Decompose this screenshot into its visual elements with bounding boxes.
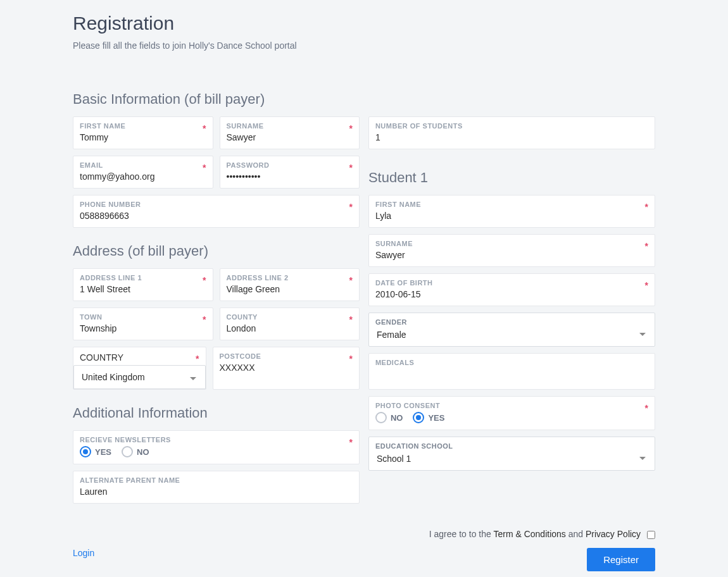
gender-value: Female (369, 326, 655, 346)
num-students-input[interactable] (375, 132, 648, 142)
newsletters-yes-radio[interactable]: YES (80, 446, 111, 457)
addr2-field[interactable]: ADDRESS LINE 2 * (220, 268, 360, 301)
num-students-field[interactable]: NUMBER OF STUDENTS (368, 116, 655, 149)
required-mark: * (349, 314, 353, 325)
county-field[interactable]: COUNTY * (220, 307, 360, 340)
required-mark: * (349, 202, 353, 212)
email-field[interactable]: EMAIL * (73, 156, 213, 189)
yes-label: YES (95, 447, 111, 457)
photo-consent-label: PHOTO CONSENT (375, 402, 648, 409)
required-mark: * (349, 123, 353, 133)
num-students-label: NUMBER OF STUDENTS (375, 122, 648, 130)
yes-label: YES (428, 413, 444, 423)
password-field[interactable]: PASSWORD * (220, 156, 360, 189)
register-button[interactable]: Register (587, 548, 655, 571)
terms-link[interactable]: Term & Conditions (493, 529, 565, 539)
country-value: United Kingdom (82, 372, 145, 382)
photo-consent-field: PHOTO CONSENT * NO YES (368, 396, 655, 430)
agree-checkbox[interactable] (647, 531, 655, 539)
student-first-name-input[interactable] (375, 211, 648, 221)
edu-school-label: EDUCATION SCHOOL (369, 437, 655, 450)
surname-field[interactable]: SURNAME * (220, 116, 360, 149)
medicals-field[interactable]: MEDICALS (368, 353, 655, 390)
surname-input[interactable] (227, 132, 353, 142)
town-field[interactable]: TOWN * (73, 307, 213, 340)
county-input[interactable] (227, 323, 353, 333)
town-label: TOWN (80, 313, 206, 321)
required-mark: * (196, 354, 199, 364)
radio-icon (413, 412, 424, 423)
page-subtitle: Please fill all the fields to join Holly… (73, 40, 655, 51)
section-basic-title: Basic Information (of bill payer) (73, 91, 360, 108)
phone-label: PHONE NUMBER (80, 201, 353, 208)
alt-parent-label: ALTERNATE PARENT NAME (80, 476, 353, 484)
photo-consent-yes-radio[interactable]: YES (413, 412, 444, 423)
required-mark: * (203, 163, 206, 173)
student-dob-input[interactable] (375, 289, 648, 299)
no-label: NO (391, 413, 403, 423)
phone-field[interactable]: PHONE NUMBER * (73, 195, 360, 228)
first-name-label: FIRST NAME (80, 122, 206, 130)
required-mark: * (349, 163, 353, 173)
alt-parent-input[interactable] (80, 487, 353, 497)
phone-input[interactable] (80, 211, 353, 221)
chevron-down-icon (639, 333, 646, 336)
first-name-input[interactable] (80, 132, 206, 142)
section-additional-title: Additional Information (73, 405, 360, 421)
section-address-title: Address (of bill payer) (73, 243, 360, 259)
addr2-label: ADDRESS LINE 2 (227, 274, 353, 282)
radio-icon (375, 412, 387, 423)
postcode-input[interactable] (220, 363, 353, 373)
password-input[interactable] (227, 171, 353, 182)
no-label: NO (137, 447, 149, 457)
password-label: PASSWORD (227, 161, 353, 169)
required-mark: * (644, 202, 648, 212)
medicals-label: MEDICALS (375, 359, 648, 366)
newsletters-no-radio[interactable]: NO (122, 446, 149, 457)
country-label: COUNTRY (80, 352, 123, 363)
medicals-input[interactable] (375, 369, 648, 383)
photo-consent-no-radio[interactable]: NO (375, 412, 403, 423)
country-select[interactable]: United Kingdom (73, 365, 206, 389)
alt-parent-field[interactable]: ALTERNATE PARENT NAME (73, 471, 360, 504)
edu-school-select[interactable]: EDUCATION SCHOOL School 1 (368, 437, 655, 471)
radio-icon (80, 446, 91, 457)
required-mark: * (349, 437, 353, 447)
edu-school-value: School 1 (369, 450, 655, 470)
required-mark: * (644, 403, 648, 413)
radio-icon (122, 446, 133, 457)
first-name-field[interactable]: FIRST NAME * (73, 116, 213, 149)
chevron-down-icon (190, 377, 196, 380)
required-mark: * (644, 241, 648, 251)
section-student1-title: Student 1 (368, 170, 655, 186)
student-surname-input[interactable] (375, 250, 648, 260)
login-link[interactable]: Login (73, 548, 94, 558)
surname-label: SURNAME (227, 122, 353, 130)
student-first-name-field[interactable]: FIRST NAME * (368, 195, 655, 228)
required-mark: * (203, 123, 206, 133)
agree-text: I agree to to the Term & Conditions and … (73, 529, 655, 539)
student-dob-field[interactable]: DATE OF BIRTH * (368, 273, 655, 306)
newsletters-label: RECIEVE NEWSLETTERS (80, 436, 353, 444)
student-surname-label: SURNAME (375, 240, 648, 247)
student-surname-field[interactable]: SURNAME * (368, 234, 655, 267)
addr1-field[interactable]: ADDRESS LINE 1 * (73, 268, 213, 301)
required-mark: * (349, 275, 353, 285)
town-input[interactable] (80, 323, 206, 333)
email-label: EMAIL (80, 161, 206, 169)
postcode-label: POSTCODE (220, 352, 353, 360)
required-mark: * (203, 275, 206, 285)
gender-select[interactable]: GENDER Female (368, 313, 655, 347)
required-mark: * (349, 354, 353, 364)
email-input[interactable] (80, 171, 206, 182)
required-mark: * (644, 280, 648, 290)
gender-label: GENDER (369, 313, 655, 326)
page-title: Registration (73, 13, 655, 34)
privacy-link[interactable]: Privacy Policy (586, 529, 641, 539)
required-mark: * (203, 314, 206, 325)
addr2-input[interactable] (227, 284, 353, 294)
postcode-field[interactable]: POSTCODE * (213, 347, 360, 390)
county-label: COUNTY (227, 313, 353, 321)
addr1-input[interactable] (80, 284, 206, 294)
chevron-down-icon (639, 457, 646, 460)
